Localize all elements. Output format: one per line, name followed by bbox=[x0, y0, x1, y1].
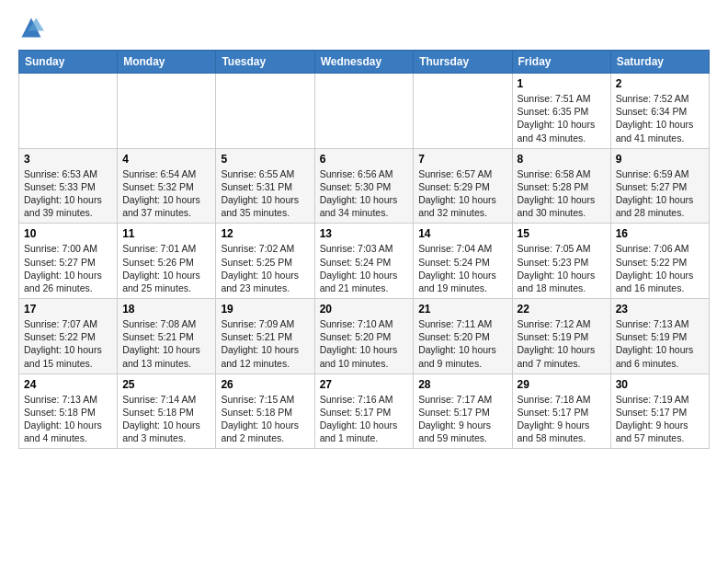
calendar-cell: 21Sunrise: 7:11 AM Sunset: 5:20 PM Dayli… bbox=[414, 299, 512, 374]
day-info: Sunrise: 7:04 AM Sunset: 5:24 PM Dayligh… bbox=[418, 242, 506, 294]
day-number: 12 bbox=[221, 227, 309, 240]
day-info: Sunrise: 7:06 AM Sunset: 5:22 PM Dayligh… bbox=[616, 242, 704, 294]
calendar-cell bbox=[314, 74, 414, 149]
day-info: Sunrise: 7:13 AM Sunset: 5:19 PM Dayligh… bbox=[616, 317, 704, 370]
day-info: Sunrise: 7:10 AM Sunset: 5:20 PM Dayligh… bbox=[320, 317, 409, 370]
logo-icon bbox=[18, 15, 44, 40]
page: SundayMondayTuesdayWednesdayThursdayFrid… bbox=[0, 0, 728, 458]
calendar-cell: 13Sunrise: 7:03 AM Sunset: 5:24 PM Dayli… bbox=[314, 224, 414, 299]
day-info: Sunrise: 7:02 AM Sunset: 5:25 PM Dayligh… bbox=[221, 242, 309, 294]
calendar-weekday-friday: Friday bbox=[512, 51, 610, 74]
day-info: Sunrise: 7:51 AM Sunset: 6:35 PM Dayligh… bbox=[518, 92, 606, 144]
day-number: 26 bbox=[221, 378, 309, 391]
calendar-week-3: 10Sunrise: 7:00 AM Sunset: 5:27 PM Dayli… bbox=[19, 224, 710, 299]
day-info: Sunrise: 7:18 AM Sunset: 5:17 PM Dayligh… bbox=[518, 393, 606, 445]
day-number: 22 bbox=[518, 303, 606, 316]
day-number: 21 bbox=[418, 303, 506, 316]
calendar-weekday-tuesday: Tuesday bbox=[216, 51, 314, 74]
logo bbox=[18, 15, 48, 40]
day-info: Sunrise: 6:59 AM Sunset: 5:27 PM Dayligh… bbox=[616, 167, 704, 220]
calendar-cell: 28Sunrise: 7:17 AM Sunset: 5:17 PM Dayli… bbox=[414, 373, 512, 449]
day-info: Sunrise: 7:03 AM Sunset: 5:24 PM Dayligh… bbox=[320, 242, 409, 294]
calendar-week-2: 3Sunrise: 6:53 AM Sunset: 5:33 PM Daylig… bbox=[19, 148, 710, 224]
day-number: 19 bbox=[221, 303, 309, 316]
calendar-cell: 3Sunrise: 6:53 AM Sunset: 5:33 PM Daylig… bbox=[19, 148, 118, 224]
day-number: 5 bbox=[221, 153, 309, 166]
calendar-cell: 8Sunrise: 6:58 AM Sunset: 5:28 PM Daylig… bbox=[512, 148, 610, 224]
day-number: 10 bbox=[24, 227, 112, 240]
calendar-cell: 27Sunrise: 7:16 AM Sunset: 5:17 PM Dayli… bbox=[314, 373, 414, 449]
calendar-cell: 26Sunrise: 7:15 AM Sunset: 5:18 PM Dayli… bbox=[216, 373, 314, 449]
day-number: 20 bbox=[320, 303, 409, 316]
day-info: Sunrise: 7:16 AM Sunset: 5:17 PM Dayligh… bbox=[320, 393, 409, 445]
calendar-cell: 2Sunrise: 7:52 AM Sunset: 6:34 PM Daylig… bbox=[610, 74, 709, 149]
calendar-cell: 7Sunrise: 6:57 AM Sunset: 5:29 PM Daylig… bbox=[414, 148, 512, 224]
calendar-cell: 29Sunrise: 7:18 AM Sunset: 5:17 PM Dayli… bbox=[512, 373, 610, 449]
day-info: Sunrise: 7:09 AM Sunset: 5:21 PM Dayligh… bbox=[221, 317, 309, 370]
calendar-cell: 5Sunrise: 6:55 AM Sunset: 5:31 PM Daylig… bbox=[216, 148, 314, 224]
calendar-cell: 18Sunrise: 7:08 AM Sunset: 5:21 PM Dayli… bbox=[118, 299, 216, 374]
day-number: 9 bbox=[616, 153, 704, 166]
day-info: Sunrise: 7:52 AM Sunset: 6:34 PM Dayligh… bbox=[616, 92, 704, 144]
calendar-cell: 14Sunrise: 7:04 AM Sunset: 5:24 PM Dayli… bbox=[414, 224, 512, 299]
day-number: 24 bbox=[24, 378, 112, 391]
day-number: 13 bbox=[320, 227, 409, 240]
day-number: 23 bbox=[616, 303, 704, 316]
day-info: Sunrise: 7:14 AM Sunset: 5:18 PM Dayligh… bbox=[122, 393, 210, 445]
calendar-cell: 23Sunrise: 7:13 AM Sunset: 5:19 PM Dayli… bbox=[610, 299, 709, 374]
day-number: 8 bbox=[518, 153, 606, 166]
day-info: Sunrise: 7:13 AM Sunset: 5:18 PM Dayligh… bbox=[24, 393, 112, 445]
calendar-cell: 12Sunrise: 7:02 AM Sunset: 5:25 PM Dayli… bbox=[216, 224, 314, 299]
day-info: Sunrise: 7:05 AM Sunset: 5:23 PM Dayligh… bbox=[518, 242, 606, 294]
day-number: 7 bbox=[418, 153, 506, 166]
day-number: 11 bbox=[122, 227, 210, 240]
day-number: 4 bbox=[122, 153, 210, 166]
calendar-weekday-sunday: Sunday bbox=[19, 51, 118, 74]
day-number: 27 bbox=[320, 378, 409, 391]
day-info: Sunrise: 6:56 AM Sunset: 5:30 PM Dayligh… bbox=[320, 167, 409, 220]
calendar-cell: 30Sunrise: 7:19 AM Sunset: 5:17 PM Dayli… bbox=[610, 373, 709, 449]
calendar-weekday-wednesday: Wednesday bbox=[314, 51, 414, 74]
day-number: 3 bbox=[24, 153, 112, 166]
day-info: Sunrise: 7:00 AM Sunset: 5:27 PM Dayligh… bbox=[24, 242, 112, 294]
calendar-cell bbox=[216, 74, 314, 149]
calendar-cell: 16Sunrise: 7:06 AM Sunset: 5:22 PM Dayli… bbox=[610, 224, 709, 299]
calendar-cell: 24Sunrise: 7:13 AM Sunset: 5:18 PM Dayli… bbox=[19, 373, 118, 449]
calendar-cell: 20Sunrise: 7:10 AM Sunset: 5:20 PM Dayli… bbox=[314, 299, 414, 374]
day-number: 28 bbox=[418, 378, 506, 391]
calendar-cell: 4Sunrise: 6:54 AM Sunset: 5:32 PM Daylig… bbox=[118, 148, 216, 224]
day-info: Sunrise: 6:55 AM Sunset: 5:31 PM Dayligh… bbox=[221, 167, 309, 220]
day-number: 2 bbox=[616, 77, 704, 90]
day-info: Sunrise: 7:11 AM Sunset: 5:20 PM Dayligh… bbox=[418, 317, 506, 370]
day-info: Sunrise: 7:17 AM Sunset: 5:17 PM Dayligh… bbox=[418, 393, 506, 445]
day-info: Sunrise: 7:19 AM Sunset: 5:17 PM Dayligh… bbox=[616, 393, 704, 445]
day-number: 16 bbox=[616, 227, 704, 240]
calendar-weekday-monday: Monday bbox=[118, 51, 216, 74]
day-info: Sunrise: 7:15 AM Sunset: 5:18 PM Dayligh… bbox=[221, 393, 309, 445]
day-info: Sunrise: 6:53 AM Sunset: 5:33 PM Dayligh… bbox=[24, 167, 112, 220]
day-number: 18 bbox=[122, 303, 210, 316]
calendar-cell: 15Sunrise: 7:05 AM Sunset: 5:23 PM Dayli… bbox=[512, 224, 610, 299]
calendar-cell: 25Sunrise: 7:14 AM Sunset: 5:18 PM Dayli… bbox=[118, 373, 216, 449]
day-number: 30 bbox=[616, 378, 704, 391]
calendar-cell bbox=[19, 74, 118, 149]
day-info: Sunrise: 6:58 AM Sunset: 5:28 PM Dayligh… bbox=[518, 167, 606, 220]
calendar-header-row: SundayMondayTuesdayWednesdayThursdayFrid… bbox=[19, 51, 710, 74]
calendar-week-4: 17Sunrise: 7:07 AM Sunset: 5:22 PM Dayli… bbox=[19, 299, 710, 374]
calendar-cell: 22Sunrise: 7:12 AM Sunset: 5:19 PM Dayli… bbox=[512, 299, 610, 374]
day-info: Sunrise: 7:12 AM Sunset: 5:19 PM Dayligh… bbox=[518, 317, 606, 370]
calendar-cell: 11Sunrise: 7:01 AM Sunset: 5:26 PM Dayli… bbox=[118, 224, 216, 299]
day-number: 14 bbox=[418, 227, 506, 240]
day-info: Sunrise: 7:01 AM Sunset: 5:26 PM Dayligh… bbox=[122, 242, 210, 294]
day-number: 25 bbox=[122, 378, 210, 391]
day-info: Sunrise: 6:57 AM Sunset: 5:29 PM Dayligh… bbox=[418, 167, 506, 220]
day-number: 17 bbox=[24, 303, 112, 316]
calendar-table: SundayMondayTuesdayWednesdayThursdayFrid… bbox=[18, 50, 710, 449]
calendar-week-1: 1Sunrise: 7:51 AM Sunset: 6:35 PM Daylig… bbox=[19, 74, 710, 149]
calendar-weekday-thursday: Thursday bbox=[414, 51, 512, 74]
day-info: Sunrise: 7:08 AM Sunset: 5:21 PM Dayligh… bbox=[122, 317, 210, 370]
day-info: Sunrise: 7:07 AM Sunset: 5:22 PM Dayligh… bbox=[24, 317, 112, 370]
header bbox=[18, 15, 710, 40]
calendar-cell: 1Sunrise: 7:51 AM Sunset: 6:35 PM Daylig… bbox=[512, 74, 610, 149]
calendar-cell bbox=[414, 74, 512, 149]
